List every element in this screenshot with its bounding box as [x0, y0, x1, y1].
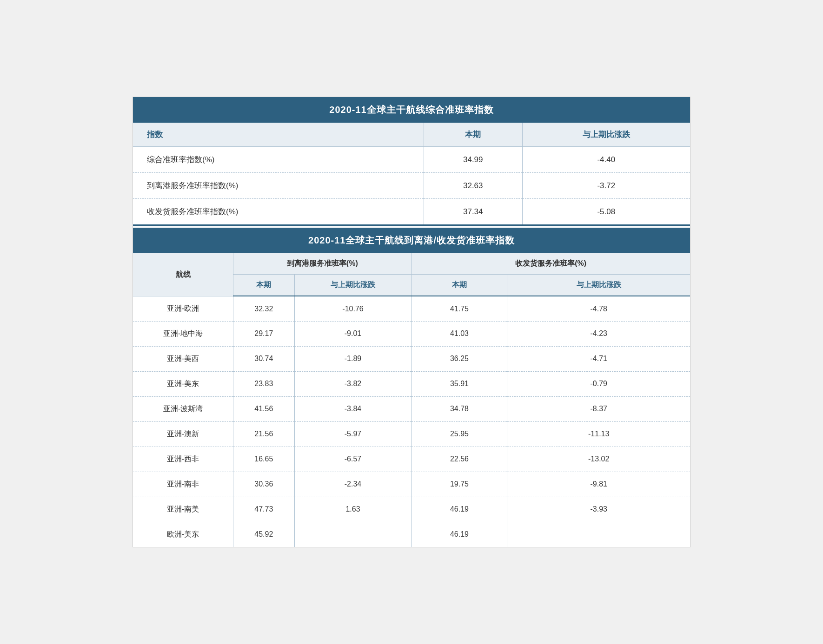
route-name: 亚洲-美东 [133, 371, 233, 396]
top-table: 指数 本期 与上期比涨跌 综合准班率指数(%) 34.99 -4.40 到离港服… [133, 123, 690, 224]
top-section-header: 2020-11全球主干航线综合准班率指数 [133, 97, 690, 123]
port-change: -1.89 [294, 346, 412, 371]
port-change: -3.82 [294, 371, 412, 396]
port-current: 21.56 [233, 421, 294, 447]
cargo-current: 46.19 [412, 497, 507, 522]
cargo-current: 22.56 [412, 447, 507, 472]
table-row: 亚洲-美东 23.83 -3.82 35.91 -0.79 [133, 371, 690, 396]
top-col-index: 指数 [133, 123, 424, 147]
cargo-change: -11.13 [507, 421, 690, 447]
route-name: 亚洲-美西 [133, 346, 233, 371]
port-current: 23.83 [233, 371, 294, 396]
route-name: 亚洲-波斯湾 [133, 396, 233, 421]
cargo-change: -9.81 [507, 472, 690, 497]
route-name: 亚洲-西非 [133, 447, 233, 472]
cargo-change: -8.37 [507, 396, 690, 421]
top-col-current: 本期 [424, 123, 522, 147]
cargo-group-header: 收发货服务准班率(%) [412, 253, 690, 275]
route-name: 亚洲-南非 [133, 472, 233, 497]
sub-header-2: 本期 [412, 275, 507, 296]
cargo-change [507, 522, 690, 547]
cargo-current: 34.78 [412, 396, 507, 421]
table-row: 到离港服务准班率指数(%) 32.63 -3.72 [133, 173, 690, 199]
port-current: 29.17 [233, 321, 294, 346]
table-row: 收发货服务准班率指数(%) 37.34 -5.08 [133, 199, 690, 225]
cargo-current: 46.19 [412, 522, 507, 547]
port-change [294, 522, 412, 547]
row-change: -3.72 [522, 173, 690, 199]
cargo-current: 19.75 [412, 472, 507, 497]
table-row: 亚洲-澳新 21.56 -5.97 25.95 -11.13 [133, 421, 690, 447]
port-current: 30.74 [233, 346, 294, 371]
sub-header-1: 与上期比涨跌 [294, 275, 412, 296]
row-current: 34.99 [424, 147, 522, 173]
row-current: 37.34 [424, 199, 522, 225]
table-row: 亚洲-南非 30.36 -2.34 19.75 -9.81 [133, 472, 690, 497]
port-current: 45.92 [233, 522, 294, 547]
route-name: 亚洲-澳新 [133, 421, 233, 447]
table-row: 亚洲-西非 16.65 -6.57 22.56 -13.02 [133, 447, 690, 472]
port-change: -10.76 [294, 296, 412, 321]
cargo-current: 41.75 [412, 296, 507, 321]
port-change: -2.34 [294, 472, 412, 497]
cargo-current: 36.25 [412, 346, 507, 371]
cargo-change: -0.79 [507, 371, 690, 396]
cargo-current: 25.95 [412, 421, 507, 447]
port-current: 16.65 [233, 447, 294, 472]
table-row: 亚洲-南美 47.73 1.63 46.19 -3.93 [133, 497, 690, 522]
route-name: 亚洲-南美 [133, 497, 233, 522]
table-row: 欧洲-美东 45.92 46.19 [133, 522, 690, 547]
table-row: 综合准班率指数(%) 34.99 -4.40 [133, 147, 690, 173]
port-current: 47.73 [233, 497, 294, 522]
port-current: 32.32 [233, 296, 294, 321]
main-container: 2020-11全球主干航线综合准班率指数 指数 本期 与上期比涨跌 综合准班率指… [133, 97, 690, 547]
route-name: 欧洲-美东 [133, 522, 233, 547]
row-change: -5.08 [522, 199, 690, 225]
cargo-current: 41.03 [412, 321, 507, 346]
sub-header-0: 本期 [233, 275, 294, 296]
row-change: -4.40 [522, 147, 690, 173]
cargo-change: -4.23 [507, 321, 690, 346]
route-header: 航线 [133, 253, 233, 296]
route-name: 亚洲-地中海 [133, 321, 233, 346]
port-current: 41.56 [233, 396, 294, 421]
cargo-current: 35.91 [412, 371, 507, 396]
table-row: 亚洲-欧洲 32.32 -10.76 41.75 -4.78 [133, 296, 690, 321]
cargo-change: -13.02 [507, 447, 690, 472]
row-current: 32.63 [424, 173, 522, 199]
table-row: 亚洲-波斯湾 41.56 -3.84 34.78 -8.37 [133, 396, 690, 421]
row-name: 综合准班率指数(%) [133, 147, 424, 173]
port-current: 30.36 [233, 472, 294, 497]
bottom-table: 航线 到离港服务准班率(%) 收发货服务准班率(%) 本期与上期比涨跌本期与上期… [133, 253, 690, 547]
sub-header-3: 与上期比涨跌 [507, 275, 690, 296]
cargo-change: -4.71 [507, 346, 690, 371]
top-col-change: 与上期比涨跌 [522, 123, 690, 147]
port-group-header: 到离港服务准班率(%) [233, 253, 412, 275]
port-change: -9.01 [294, 321, 412, 346]
cargo-change: -4.78 [507, 296, 690, 321]
port-change: -3.84 [294, 396, 412, 421]
row-name: 到离港服务准班率指数(%) [133, 173, 424, 199]
table-row: 亚洲-地中海 29.17 -9.01 41.03 -4.23 [133, 321, 690, 346]
table-row: 亚洲-美西 30.74 -1.89 36.25 -4.71 [133, 346, 690, 371]
row-name: 收发货服务准班率指数(%) [133, 199, 424, 225]
port-change: -6.57 [294, 447, 412, 472]
port-change: 1.63 [294, 497, 412, 522]
port-change: -5.97 [294, 421, 412, 447]
bottom-section-header: 2020-11全球主干航线到离港/收发货准班率指数 [133, 226, 690, 253]
cargo-change: -3.93 [507, 497, 690, 522]
route-name: 亚洲-欧洲 [133, 296, 233, 321]
